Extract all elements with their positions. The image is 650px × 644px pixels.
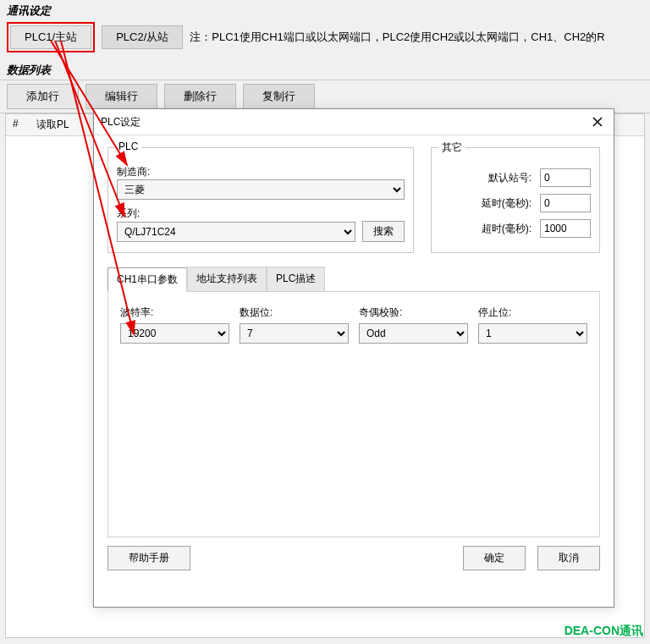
tab-address[interactable]: 地址支持列表 [187, 267, 267, 291]
baud-select[interactable]: 19200 [120, 323, 229, 344]
series-select[interactable]: Q/LJ71C24 [117, 222, 355, 242]
dialog-footer: 帮助手册 确定 取消 [107, 537, 600, 570]
timeout-input[interactable] [540, 219, 591, 238]
dialog-titlebar: PLC设定 [94, 109, 614, 135]
databits-label: 数据位: [240, 305, 349, 320]
highlight-box: PLC1/主站 [7, 22, 95, 52]
cancel-button[interactable]: 取消 [537, 546, 600, 570]
delay-label: 延时(毫秒): [482, 196, 532, 211]
plc-group: PLC 制造商: 三菱 系列: Q/LJ71C24 搜索 [107, 147, 414, 253]
inner-tabs: CH1串口参数 地址支持列表 PLC描述 [107, 267, 600, 292]
watermark: DEA-CON通讯 [565, 624, 643, 639]
data-list-title: 数据列表 [0, 59, 650, 80]
default-station-label: 默认站号: [488, 171, 532, 185]
plc-note: 注：PLC1使用CH1端口或以太网端口，PLC2使用CH2或以太网端口，CH1、… [190, 30, 604, 45]
comm-settings-title: 通讯设定 [0, 0, 650, 20]
plc1-tab[interactable]: PLC1/主站 [10, 25, 91, 49]
edit-row-button[interactable]: 编辑行 [85, 84, 157, 109]
close-icon[interactable] [590, 114, 605, 129]
parity-label: 奇偶校验: [359, 305, 468, 320]
manufacturer-label: 制造商: [117, 165, 150, 179]
other-group-title: 其它 [438, 140, 465, 155]
stopbits-select[interactable]: 1 [478, 323, 587, 344]
manufacturer-select[interactable]: 三菱 [117, 179, 405, 200]
databits-select[interactable]: 7 [240, 323, 349, 344]
ok-button[interactable]: 确定 [463, 546, 526, 570]
other-group: 其它 默认站号: 延时(毫秒): 超时(毫秒): [431, 147, 600, 253]
plc-tab-row: PLC1/主站 PLC2/从站 注：PLC1使用CH1端口或以太网端口，PLC2… [0, 20, 650, 59]
serial-panel: 波特率: 19200 数据位: 7 奇偶校验: Odd 停止位: 1 [107, 292, 600, 537]
plc2-tab[interactable]: PLC2/从站 [102, 25, 183, 49]
dialog-title: PLC设定 [101, 115, 140, 129]
baud-label: 波特率: [120, 305, 229, 320]
plc-settings-dialog: PLC设定 PLC 制造商: 三菱 系列: Q/LJ71C24 [93, 108, 614, 608]
add-row-button[interactable]: 添加行 [7, 84, 79, 109]
delay-input[interactable] [540, 194, 591, 212]
stopbits-label: 停止位: [478, 305, 587, 320]
default-station-input[interactable] [540, 168, 591, 187]
col-index: # [6, 114, 30, 135]
col-read: 读取PL [30, 114, 76, 135]
help-button[interactable]: 帮助手册 [107, 546, 190, 570]
plc-group-title: PLC [115, 140, 141, 152]
delete-row-button[interactable]: 删除行 [164, 84, 236, 109]
timeout-label: 超时(毫秒): [482, 222, 532, 236]
dialog-body: PLC 制造商: 三菱 系列: Q/LJ71C24 搜索 [94, 135, 614, 582]
search-button[interactable]: 搜索 [362, 221, 405, 242]
tab-serial[interactable]: CH1串口参数 [107, 267, 187, 292]
copy-row-button[interactable]: 复制行 [243, 84, 315, 109]
series-label: 系列: [117, 206, 140, 221]
tab-desc[interactable]: PLC描述 [267, 267, 325, 291]
parity-select[interactable]: Odd [359, 323, 468, 344]
